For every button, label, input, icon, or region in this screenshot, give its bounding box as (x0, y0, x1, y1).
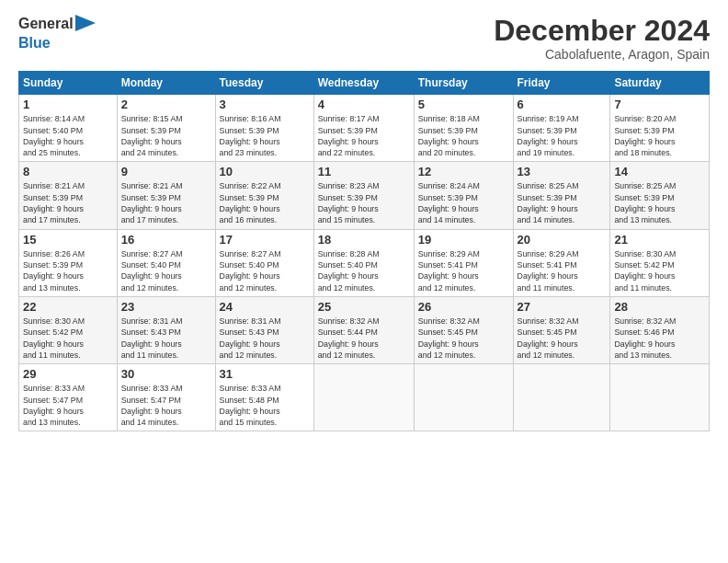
title-block: December 2024 Cabolafuente, Aragon, Spai… (494, 15, 710, 62)
day-number: 23 (121, 300, 211, 314)
header-row: SundayMondayTuesdayWednesdayThursdayFrid… (19, 72, 710, 95)
calendar-cell: 2Sunrise: 8:15 AM Sunset: 5:39 PM Daylig… (117, 95, 215, 162)
calendar-cell: 27Sunrise: 8:32 AM Sunset: 5:45 PM Dayli… (513, 296, 610, 363)
header-day-thursday: Thursday (414, 72, 513, 95)
day-info: Sunrise: 8:33 AM Sunset: 5:47 PM Dayligh… (121, 383, 211, 428)
day-info: Sunrise: 8:29 AM Sunset: 5:41 PM Dayligh… (518, 248, 607, 293)
calendar-cell: 16Sunrise: 8:27 AM Sunset: 5:40 PM Dayli… (117, 229, 215, 296)
calendar-cell: 18Sunrise: 8:28 AM Sunset: 5:40 PM Dayli… (313, 229, 414, 296)
header-day-friday: Friday (513, 72, 610, 95)
calendar-cell (313, 364, 414, 431)
day-number: 14 (614, 165, 705, 178)
calendar-cell: 31Sunrise: 8:33 AM Sunset: 5:48 PM Dayli… (215, 364, 313, 431)
day-info: Sunrise: 8:21 AM Sunset: 5:39 PM Dayligh… (121, 180, 211, 225)
calendar-cell: 21Sunrise: 8:30 AM Sunset: 5:42 PM Dayli… (610, 229, 710, 296)
calendar-cell: 22Sunrise: 8:30 AM Sunset: 5:42 PM Dayli… (19, 296, 118, 363)
calendar-table: SundayMondayTuesdayWednesdayThursdayFrid… (18, 71, 710, 431)
month-title: December 2024 (494, 15, 710, 47)
calendar-cell: 8Sunrise: 8:21 AM Sunset: 5:39 PM Daylig… (19, 162, 118, 229)
day-info: Sunrise: 8:25 AM Sunset: 5:39 PM Dayligh… (614, 180, 705, 225)
day-info: Sunrise: 8:28 AM Sunset: 5:40 PM Dayligh… (318, 248, 410, 293)
day-number: 8 (23, 165, 113, 178)
calendar-cell: 1Sunrise: 8:14 AM Sunset: 5:40 PM Daylig… (19, 95, 118, 162)
calendar-cell: 14Sunrise: 8:25 AM Sunset: 5:39 PM Dayli… (610, 162, 710, 229)
day-info: Sunrise: 8:32 AM Sunset: 5:44 PM Dayligh… (318, 316, 410, 361)
day-info: Sunrise: 8:33 AM Sunset: 5:48 PM Dayligh… (220, 383, 310, 428)
day-number: 2 (121, 98, 211, 111)
calendar-cell: 4Sunrise: 8:17 AM Sunset: 5:39 PM Daylig… (313, 95, 414, 162)
day-number: 30 (121, 367, 211, 381)
calendar-cell: 25Sunrise: 8:32 AM Sunset: 5:44 PM Dayli… (313, 296, 414, 363)
day-number: 27 (518, 300, 607, 314)
day-info: Sunrise: 8:31 AM Sunset: 5:43 PM Dayligh… (121, 316, 211, 361)
day-number: 4 (318, 98, 410, 111)
calendar-cell: 13Sunrise: 8:25 AM Sunset: 5:39 PM Dayli… (513, 162, 610, 229)
calendar-cell: 20Sunrise: 8:29 AM Sunset: 5:41 PM Dayli… (513, 229, 610, 296)
day-number: 13 (518, 165, 607, 178)
day-info: Sunrise: 8:19 AM Sunset: 5:39 PM Dayligh… (518, 113, 607, 158)
day-info: Sunrise: 8:23 AM Sunset: 5:39 PM Dayligh… (318, 180, 410, 225)
svg-marker-0 (75, 15, 96, 31)
day-number: 15 (23, 233, 113, 247)
calendar-cell: 11Sunrise: 8:23 AM Sunset: 5:39 PM Dayli… (313, 162, 414, 229)
day-number: 7 (614, 98, 705, 111)
week-row-2: 8Sunrise: 8:21 AM Sunset: 5:39 PM Daylig… (19, 162, 710, 229)
calendar-cell: 26Sunrise: 8:32 AM Sunset: 5:45 PM Dayli… (414, 296, 513, 363)
day-number: 1 (23, 98, 113, 111)
day-info: Sunrise: 8:33 AM Sunset: 5:47 PM Dayligh… (23, 383, 113, 428)
header-day-wednesday: Wednesday (313, 72, 414, 95)
day-number: 5 (418, 98, 509, 111)
day-info: Sunrise: 8:27 AM Sunset: 5:40 PM Dayligh… (220, 248, 310, 293)
calendar-cell: 12Sunrise: 8:24 AM Sunset: 5:39 PM Dayli… (414, 162, 513, 229)
location: Cabolafuente, Aragon, Spain (494, 47, 710, 62)
logo: General Blue (18, 15, 96, 51)
day-info: Sunrise: 8:31 AM Sunset: 5:43 PM Dayligh… (220, 316, 310, 361)
week-row-4: 22Sunrise: 8:30 AM Sunset: 5:42 PM Dayli… (19, 296, 710, 363)
day-info: Sunrise: 8:27 AM Sunset: 5:40 PM Dayligh… (121, 248, 211, 293)
day-number: 19 (418, 233, 509, 247)
week-row-1: 1Sunrise: 8:14 AM Sunset: 5:40 PM Daylig… (19, 95, 710, 162)
day-number: 18 (318, 233, 410, 247)
header-day-monday: Monday (117, 72, 215, 95)
day-info: Sunrise: 8:25 AM Sunset: 5:39 PM Dayligh… (518, 180, 607, 225)
day-info: Sunrise: 8:30 AM Sunset: 5:42 PM Dayligh… (23, 316, 113, 361)
calendar-cell: 9Sunrise: 8:21 AM Sunset: 5:39 PM Daylig… (117, 162, 215, 229)
header-day-tuesday: Tuesday (215, 72, 313, 95)
day-number: 11 (318, 165, 410, 178)
day-number: 16 (121, 233, 211, 247)
day-number: 10 (220, 165, 310, 178)
calendar-cell: 23Sunrise: 8:31 AM Sunset: 5:43 PM Dayli… (117, 296, 215, 363)
day-info: Sunrise: 8:20 AM Sunset: 5:39 PM Dayligh… (614, 113, 705, 158)
day-number: 6 (518, 98, 607, 111)
day-info: Sunrise: 8:24 AM Sunset: 5:39 PM Dayligh… (418, 180, 509, 225)
calendar-cell (414, 364, 513, 431)
day-number: 21 (614, 233, 705, 247)
day-number: 29 (23, 367, 113, 381)
day-number: 24 (220, 300, 310, 314)
day-info: Sunrise: 8:17 AM Sunset: 5:39 PM Dayligh… (318, 113, 410, 158)
header: General Blue December 2024 Cabolafuente,… (18, 15, 710, 62)
calendar-cell: 10Sunrise: 8:22 AM Sunset: 5:39 PM Dayli… (215, 162, 313, 229)
calendar-cell: 15Sunrise: 8:26 AM Sunset: 5:39 PM Dayli… (19, 229, 118, 296)
calendar-cell: 28Sunrise: 8:32 AM Sunset: 5:46 PM Dayli… (610, 296, 710, 363)
day-info: Sunrise: 8:29 AM Sunset: 5:41 PM Dayligh… (418, 248, 509, 293)
day-number: 3 (220, 98, 310, 111)
day-info: Sunrise: 8:26 AM Sunset: 5:39 PM Dayligh… (23, 248, 113, 293)
calendar-cell: 24Sunrise: 8:31 AM Sunset: 5:43 PM Dayli… (215, 296, 313, 363)
page: General Blue December 2024 Cabolafuente,… (0, 0, 728, 441)
day-info: Sunrise: 8:16 AM Sunset: 5:39 PM Dayligh… (220, 113, 310, 158)
day-info: Sunrise: 8:32 AM Sunset: 5:45 PM Dayligh… (518, 316, 607, 361)
day-number: 28 (614, 300, 705, 314)
calendar-cell: 17Sunrise: 8:27 AM Sunset: 5:40 PM Dayli… (215, 229, 313, 296)
day-number: 20 (518, 233, 607, 247)
day-info: Sunrise: 8:21 AM Sunset: 5:39 PM Dayligh… (23, 180, 113, 225)
calendar-cell: 3Sunrise: 8:16 AM Sunset: 5:39 PM Daylig… (215, 95, 313, 162)
day-number: 17 (220, 233, 310, 247)
day-number: 12 (418, 165, 509, 178)
week-row-5: 29Sunrise: 8:33 AM Sunset: 5:47 PM Dayli… (19, 364, 710, 431)
header-day-saturday: Saturday (610, 72, 710, 95)
day-number: 22 (23, 300, 113, 314)
calendar-cell: 7Sunrise: 8:20 AM Sunset: 5:39 PM Daylig… (610, 95, 710, 162)
day-number: 31 (220, 367, 310, 381)
day-number: 9 (121, 165, 211, 178)
